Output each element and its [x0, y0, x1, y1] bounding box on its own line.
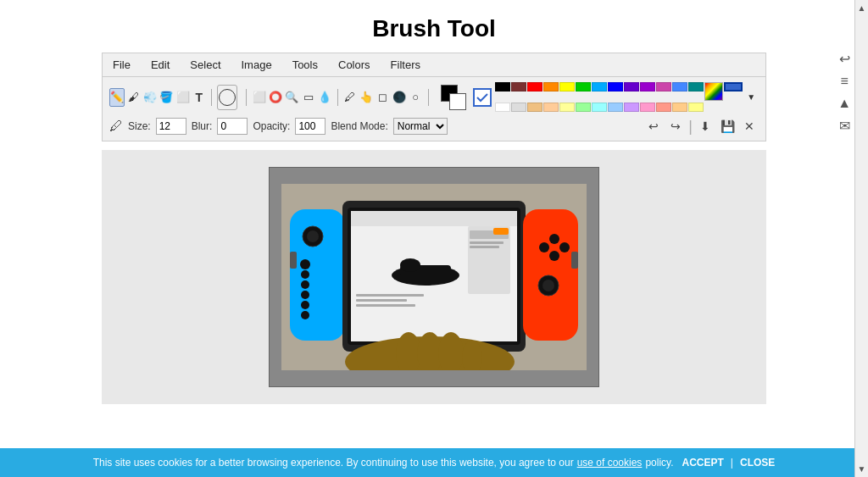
- palette-row-2: [495, 103, 743, 112]
- rect-select-btn[interactable]: ⬜: [252, 88, 266, 107]
- svg-point-5: [301, 270, 309, 279]
- svg-rect-21: [356, 304, 415, 307]
- menu-edit[interactable]: Edit: [147, 57, 173, 73]
- color-orange[interactable]: [543, 82, 559, 92]
- toolbar: ✏️ 🖌 💨 🪣 ⬜ T ⬜ ⭕ 🔍 ▭ 💧 🖊 👆 ◻ 🌑 ○: [102, 76, 766, 141]
- color-tan[interactable]: [527, 103, 542, 112]
- color-light-green[interactable]: [576, 103, 591, 112]
- color-light-cyan[interactable]: [592, 103, 607, 112]
- color-pale-orange[interactable]: [672, 103, 687, 112]
- rect-tool-btn[interactable]: ▭: [301, 88, 315, 107]
- color-teal[interactable]: [688, 82, 704, 92]
- scrollbar[interactable]: ▲ ▼: [854, 0, 868, 477]
- svg-point-30: [559, 242, 570, 252]
- ellipse-select-btn[interactable]: ⭕: [268, 88, 282, 107]
- svg-point-18: [400, 258, 420, 272]
- image-display[interactable]: [269, 167, 599, 387]
- color-dark-red[interactable]: [511, 82, 526, 92]
- svg-point-33: [542, 280, 554, 291]
- blur-input[interactable]: [217, 118, 248, 135]
- airbrush-tool-btn[interactable]: 💨: [142, 88, 157, 107]
- cookie-close-btn[interactable]: CLOSE: [740, 457, 775, 469]
- burn-btn[interactable]: 🌑: [392, 88, 406, 107]
- brush-shape-dropdown[interactable]: ▼: [744, 88, 759, 107]
- checked-swatch[interactable]: [473, 88, 492, 107]
- text-tool-btn[interactable]: T: [192, 88, 206, 107]
- color-white[interactable]: [495, 103, 510, 112]
- rainbow-swatch[interactable]: [704, 82, 723, 101]
- blend-mode-select[interactable]: Normal Multiply Screen Overlay: [393, 118, 448, 135]
- background-swatch[interactable]: [449, 93, 466, 110]
- menu-colors[interactable]: Colors: [335, 57, 374, 73]
- menu-file[interactable]: File: [109, 57, 134, 73]
- color-magenta[interactable]: [640, 82, 655, 92]
- scroll-down-arrow[interactable]: ▼: [856, 461, 868, 477]
- back-icon[interactable]: ↩: [839, 51, 850, 67]
- svg-rect-15: [351, 211, 517, 226]
- color-coral[interactable]: [656, 103, 671, 112]
- size-input[interactable]: [156, 118, 186, 135]
- color-palette-area: [441, 82, 743, 112]
- svg-rect-25: [470, 246, 499, 248]
- tool-row-2: 🖊 Size: Blur: Opacity: Blend Mode: Norma…: [109, 117, 759, 136]
- dodge-btn[interactable]: ◻: [376, 88, 390, 107]
- pick-color-btn[interactable]: 💧: [317, 88, 331, 107]
- save-btn[interactable]: 💾: [718, 117, 737, 136]
- divider-3: [337, 89, 338, 106]
- menu-image[interactable]: Image: [238, 57, 275, 73]
- color-light-blue[interactable]: [672, 82, 687, 92]
- menu-filters[interactable]: Filters: [387, 57, 424, 73]
- download-btn[interactable]: ⬇: [696, 117, 715, 136]
- color-yellow[interactable]: [559, 82, 575, 92]
- lines-icon[interactable]: ≡: [840, 74, 848, 89]
- blend-label: Blend Mode:: [331, 120, 387, 132]
- canvas-area[interactable]: [102, 150, 766, 404]
- svg-point-31: [549, 251, 559, 261]
- svg-point-4: [300, 259, 310, 269]
- fg-bg-swatches[interactable]: [441, 85, 466, 110]
- color-blue[interactable]: [608, 82, 623, 92]
- blur-btn[interactable]: ○: [409, 88, 423, 107]
- canvas-image: [281, 184, 587, 370]
- scroll-up-arrow[interactable]: ▲: [856, 0, 868, 16]
- color-green[interactable]: [576, 82, 591, 92]
- redo-btn[interactable]: ↪: [666, 117, 685, 136]
- palette-rows: [495, 82, 743, 112]
- opacity-input[interactable]: [295, 118, 326, 135]
- svg-rect-27: [523, 209, 578, 341]
- active-swatch[interactable]: [724, 82, 743, 92]
- mail-icon[interactable]: ✉: [839, 118, 850, 134]
- eraser-tool-btn[interactable]: ⬜: [175, 88, 190, 107]
- clone-btn[interactable]: 🖊: [342, 88, 357, 107]
- cookie-link[interactable]: use of cookies: [577, 457, 643, 469]
- color-red[interactable]: [527, 82, 542, 92]
- color-lavender[interactable]: [624, 103, 639, 112]
- color-pale-yellow[interactable]: [688, 103, 704, 112]
- brush-tool-btn[interactable]: 🖌: [126, 88, 141, 107]
- cookie-accept-btn[interactable]: ACCEPT: [682, 457, 724, 469]
- fill-tool-btn[interactable]: 🪣: [159, 88, 174, 107]
- color-pink[interactable]: [656, 82, 671, 92]
- undo-btn[interactable]: ↩: [644, 117, 663, 136]
- close-canvas-btn[interactable]: ✕: [740, 117, 759, 136]
- color-light-pink[interactable]: [640, 103, 655, 112]
- size-label: Size:: [128, 120, 151, 132]
- pencil-tool-btn[interactable]: ✏️: [109, 88, 125, 107]
- zoom-btn[interactable]: 🔍: [285, 88, 299, 107]
- color-purple[interactable]: [624, 82, 639, 92]
- action-divider: |: [688, 118, 693, 136]
- menu-tools[interactable]: Tools: [289, 57, 321, 73]
- color-light-yellow[interactable]: [559, 103, 575, 112]
- color-black[interactable]: [495, 82, 510, 92]
- triangle-icon[interactable]: ▲: [837, 96, 851, 111]
- smudge-btn[interactable]: 👆: [359, 88, 374, 107]
- color-sky-blue[interactable]: [608, 103, 623, 112]
- menu-select[interactable]: Select: [186, 57, 224, 73]
- color-peach[interactable]: [543, 103, 559, 112]
- palette-row-1: [495, 82, 743, 101]
- tool-row-1: ✏️ 🖌 💨 🪣 ⬜ T ⬜ ⭕ 🔍 ▭ 💧 🖊 👆 ◻ 🌑 ○: [109, 82, 759, 112]
- divider-4: [428, 89, 429, 106]
- cookie-message: This site uses cookies for a better brow…: [93, 457, 574, 469]
- color-light-gray[interactable]: [511, 103, 526, 112]
- color-cyan[interactable]: [592, 82, 607, 92]
